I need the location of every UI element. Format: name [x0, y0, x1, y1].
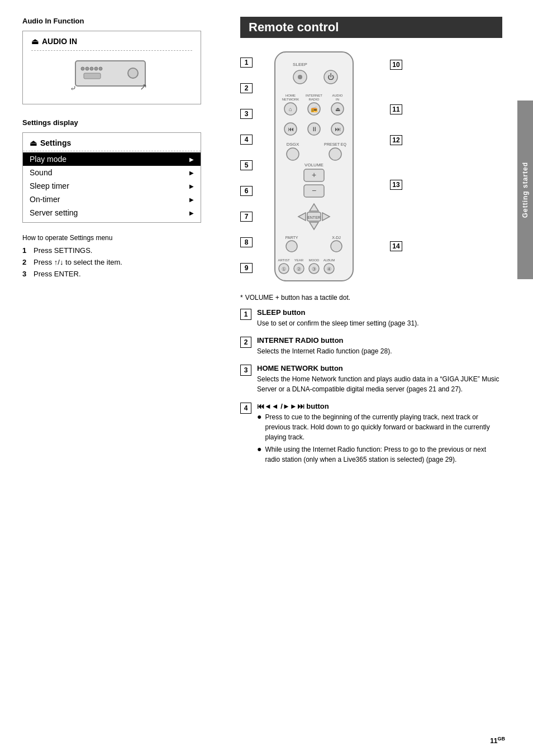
- btn-num-box: 4: [240, 403, 251, 414]
- audio-in-divider: [31, 50, 192, 51]
- step-number: 1: [22, 246, 30, 255]
- remote-control-header: Remote control: [240, 17, 502, 38]
- btn-body-bullets: ●Press to cue to the beginning of the cu…: [257, 412, 502, 465]
- svg-text:⌂: ⌂: [289, 106, 292, 112]
- settings-icon: ⏏: [30, 138, 37, 147]
- btn-desc-content: HOME NETWORK button Selects the Home Net…: [257, 364, 502, 394]
- svg-text:④: ④: [327, 266, 331, 272]
- svg-text:YEAR: YEAR: [294, 259, 304, 262]
- svg-text:DSGX: DSGX: [287, 142, 299, 147]
- bullet-item: ●Press to cue to the beginning of the cu…: [257, 412, 502, 442]
- button-desc-2: 2 INTERNET RADIO button Selects the Inte…: [240, 336, 502, 356]
- svg-text:NETWORK: NETWORK: [282, 98, 299, 101]
- page-number: 11GB: [490, 736, 505, 745]
- how-to-step-3: 3Press ENTER.: [22, 270, 223, 278]
- bullet-text: Press to cue to the beginning of the cur…: [265, 412, 502, 442]
- btn-num-box: 2: [240, 337, 251, 348]
- button-desc-3: 3 HOME NETWORK button Selects the Home N…: [240, 364, 502, 394]
- svg-text:①: ①: [282, 266, 286, 272]
- remote-illustration-container: 1 2 3 4 5 6 7 8 9: [240, 46, 402, 288]
- svg-text:VOLUME: VOLUME: [304, 162, 323, 168]
- settings-box-title: ⏏ Settings: [23, 138, 201, 147]
- settings-item-label: Sound: [30, 168, 52, 177]
- btn-body-text: Selects the Internet Radio function (pag…: [257, 346, 502, 356]
- audio-in-icon: ⏏: [31, 37, 39, 46]
- audio-in-box: ⏏ AUDIO IN: [22, 31, 201, 104]
- label-9: 9: [240, 263, 253, 273]
- settings-item-server-setting: Server setting▶: [23, 206, 201, 219]
- left-column: Audio In Function ⏏ AUDIO IN: [22, 17, 235, 734]
- label-3: 3: [240, 109, 253, 119]
- btn-desc-content: INTERNET RADIO button Selects the Intern…: [257, 336, 502, 356]
- label-1: 1: [240, 58, 253, 68]
- svg-point-2: [85, 67, 89, 70]
- label-6: 6: [240, 186, 253, 196]
- btn-body-text: Use to set or confirm the sleep timer se…: [257, 318, 502, 328]
- svg-text:⏸: ⏸: [311, 126, 317, 132]
- btn-body-text: Selects the Home Network function and pl…: [257, 374, 502, 394]
- svg-point-3: [90, 67, 93, 70]
- label-14: 14: [390, 241, 402, 251]
- label-13: 13: [390, 180, 402, 190]
- note-star: *: [240, 294, 243, 302]
- label-11: 11: [390, 104, 402, 114]
- step-text: Press SETTINGS.: [34, 246, 92, 255]
- btn-num-box: 1: [240, 309, 251, 320]
- page-num-text: 11: [490, 737, 497, 745]
- device-arrow-text: ↗: [140, 82, 147, 92]
- svg-point-4: [94, 67, 98, 70]
- settings-item-arrow: ▶: [189, 183, 194, 189]
- step-number: 2: [22, 258, 30, 266]
- settings-item-arrow: ▶: [189, 170, 194, 176]
- svg-text:HOME: HOME: [285, 94, 296, 97]
- svg-text:②: ②: [297, 266, 301, 272]
- remote-right-labels: 10 11 12 13 14: [390, 58, 402, 267]
- step-text: Press ENTER.: [34, 270, 81, 278]
- remote-svg: SLEEP ⏻ HOME NETWORK ⌂: [258, 46, 370, 286]
- audio-in-title: ⏏ AUDIO IN: [31, 37, 192, 46]
- settings-item-arrow: ▶: [189, 156, 194, 162]
- settings-item-label: Play mode: [30, 155, 66, 164]
- svg-point-50: [331, 241, 342, 252]
- btn-desc-content: ⏮◄◄ /►►⏭ button ●Press to cue to the beg…: [257, 402, 502, 467]
- svg-text:📻: 📻: [311, 106, 318, 113]
- settings-section-title: Settings display: [22, 118, 223, 127]
- svg-text:+: +: [312, 170, 316, 179]
- svg-text:⏏: ⏏: [335, 106, 340, 112]
- svg-point-48: [286, 241, 297, 252]
- settings-item-sleep-timer: Sleep timer▶: [23, 179, 201, 193]
- settings-item-label: On-timer: [30, 195, 60, 204]
- svg-point-33: [287, 148, 299, 160]
- step-text: Press ↑/↓ to select the item.: [34, 258, 122, 266]
- svg-text:SLEEP: SLEEP: [293, 62, 307, 67]
- svg-point-11: [298, 75, 302, 79]
- svg-text:RADIO: RADIO: [308, 98, 319, 101]
- settings-box: ⏏ Settings Play mode▶Sound▶Sleep timer▶O…: [22, 132, 201, 223]
- device-illustration: ↗ ⤶: [67, 56, 156, 95]
- svg-text:PARTY: PARTY: [285, 236, 298, 240]
- how-to-steps: 1Press SETTINGS.2Press ↑/↓ to select the…: [22, 246, 223, 278]
- label-4: 4: [240, 135, 253, 145]
- svg-text:INTERNET: INTERNET: [306, 94, 322, 97]
- svg-text:−: −: [312, 186, 316, 195]
- settings-title-text: Settings: [40, 138, 71, 147]
- btn-num-box: 3: [240, 365, 251, 376]
- svg-text:⏻: ⏻: [327, 73, 334, 81]
- audio-in-section-title: Audio In Function: [22, 17, 223, 25]
- svg-text:X-DJ: X-DJ: [332, 236, 341, 240]
- remote-left-labels: 1 2 3 4 5 6 7 8 9: [240, 58, 253, 273]
- remote-svg-wrapper: SLEEP ⏻ HOME NETWORK ⌂: [258, 46, 384, 288]
- side-tab-label: Getting started: [521, 162, 529, 218]
- note-text: VOLUME + button has a tactile dot.: [245, 294, 350, 302]
- svg-text:⏭: ⏭: [335, 126, 341, 132]
- svg-text:⏮: ⏮: [288, 126, 294, 132]
- step-number: 3: [22, 270, 30, 278]
- device-plug-text: ⤶: [70, 84, 77, 93]
- remote-area: 1 2 3 4 5 6 7 8 9: [240, 46, 502, 288]
- button-desc-4: 4 ⏮◄◄ /►►⏭ button ●Press to cue to the b…: [240, 402, 502, 467]
- audio-in-title-text: AUDIO IN: [42, 37, 77, 46]
- svg-text:③: ③: [312, 266, 316, 272]
- bullet-dot: ●: [257, 444, 261, 454]
- settings-item-on-timer: On-timer▶: [23, 193, 201, 206]
- label-10: 10: [390, 60, 402, 70]
